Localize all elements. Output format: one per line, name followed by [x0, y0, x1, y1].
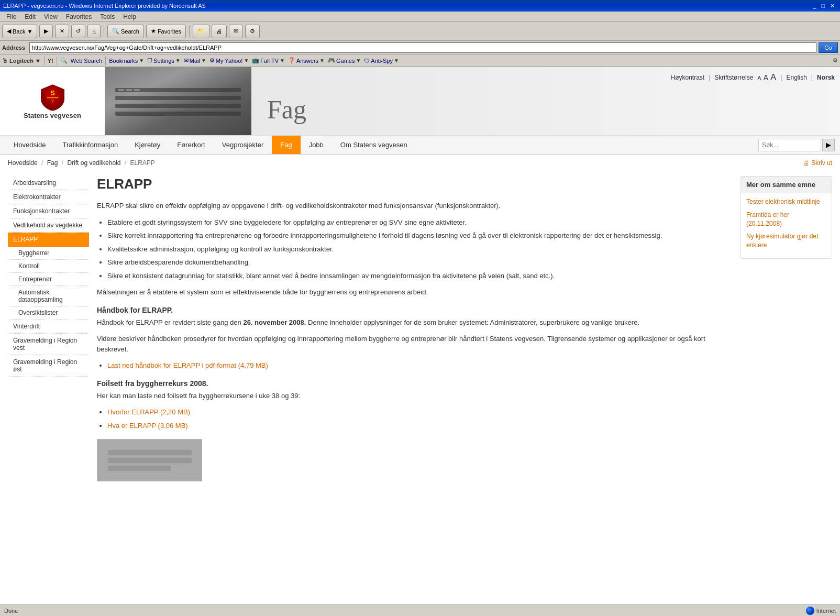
nav-item-hovedside[interactable]: Hovedside [5, 136, 54, 154]
english-link[interactable]: English [787, 74, 807, 81]
accessibility-links: Høykontrast | Skriftstørrelse A A A | En… [671, 72, 835, 83]
handbook-pdf-link[interactable]: Last ned håndbok for ELRAPP i pdf-format… [107, 361, 268, 369]
anti-spy-dropdown-icon[interactable]: ▼ [394, 58, 399, 63]
header-image [105, 67, 251, 135]
back-dropdown-icon[interactable]: ▼ [27, 28, 32, 35]
menu-edit[interactable]: Edit [20, 12, 40, 21]
svg-text:V: V [51, 98, 54, 103]
svg-rect-2 [47, 97, 58, 98]
related-link-2[interactable]: Ny kjøresimulator gjør det enklere [746, 232, 826, 250]
forward-button[interactable]: ▶ [39, 25, 53, 38]
minimize-button[interactable]: _ [811, 3, 818, 9]
header-fag-title: Fag [267, 94, 306, 125]
settings-dropdown-icon[interactable]: ▼ [175, 58, 181, 63]
anti-spy-link[interactable]: 🛡 Anti-Spy ▼ [364, 58, 399, 64]
sidebar-automatisk[interactable]: Automatisk dataoppsamling [8, 286, 89, 306]
sidebar-elrapp[interactable]: ELRAPP [8, 233, 89, 247]
breadcrumb-fag[interactable]: Fag [47, 159, 58, 167]
mail-label: Mail [190, 58, 200, 64]
logitech-label: 🖱 Logitech ▼ [2, 58, 41, 64]
foilsett-link-1[interactable]: Hva er ELRAPP (3,06 MB) [107, 422, 188, 430]
breadcrumb-home[interactable]: Hovedside [8, 159, 38, 167]
bookmarks-dropdown-icon[interactable]: ▼ [139, 58, 144, 63]
nav-item-om-statens[interactable]: Om Statens vegvesen [332, 136, 416, 154]
settings-link[interactable]: ☐ Settings ▼ [147, 57, 181, 64]
games-link[interactable]: 🎮 Games ▼ [328, 57, 361, 64]
games-dropdown-icon[interactable]: ▼ [356, 58, 361, 63]
toolbar-btn-1[interactable]: 📁 [193, 25, 209, 38]
maximize-button[interactable]: □ [819, 3, 827, 9]
nav-item-forerkort[interactable]: Førerkort [169, 136, 213, 154]
logo-text: Statens vegvesen [24, 112, 81, 119]
back-arrow-icon: ◀ [7, 28, 11, 35]
sidebar-vinterdrift[interactable]: Vinterdrift [8, 320, 89, 334]
sidebar-kontroll[interactable]: Kontroll [8, 260, 89, 273]
answers-dropdown-icon[interactable]: ▼ [319, 58, 325, 63]
back-button[interactable]: ◀ Back ▼ [2, 25, 37, 38]
sidebar-entreprenor[interactable]: Entreprenør [8, 273, 89, 286]
nav-item-trafikkinformasjon[interactable]: Trafikkinformasjon [54, 136, 126, 154]
font-medium-link[interactable]: A [764, 73, 768, 82]
sidebar-gravemelding-ost[interactable]: Gravemelding i Region øst [8, 355, 89, 377]
fall-tv-link[interactable]: 📺 Fall TV ▼ [252, 57, 285, 64]
menu-tools[interactable]: Tools [96, 12, 119, 21]
nav-search-input[interactable] [758, 139, 821, 151]
related-box: Mer om samme emne Tester elektronisk mid… [740, 176, 832, 259]
mail-link[interactable]: ✉ Mail ▼ [184, 57, 206, 64]
search-button[interactable]: 🔍 Search [107, 25, 144, 38]
fall-tv-dropdown-icon[interactable]: ▼ [280, 58, 285, 63]
menu-help[interactable]: Help [119, 12, 140, 21]
high-contrast-link[interactable]: Høykontrast [671, 74, 705, 81]
links-separator-3 [105, 57, 106, 65]
sidebar-byggherrer[interactable]: Byggherrer [8, 247, 89, 260]
breadcrumb-sep-3: / [125, 159, 128, 167]
main-content: Arbeidsvarsling Elektrokontrakter Funksj… [0, 171, 840, 486]
breadcrumb-drift[interactable]: Drift og vedlikehold [67, 159, 120, 167]
font-small-link[interactable]: A [757, 75, 761, 81]
stop-button[interactable]: ✕ [55, 25, 69, 38]
svg-rect-8 [115, 112, 241, 116]
nav-item-vegprosjekter[interactable]: Vegprosjekter [214, 136, 272, 154]
favorites-button[interactable]: ★ Favorites [146, 25, 186, 38]
mail-dropdown-icon[interactable]: ▼ [201, 58, 206, 63]
related-link-0[interactable]: Tester elektronisk midtlinje [746, 197, 826, 206]
nav-item-kjoretoy[interactable]: Kjøretøy [126, 136, 169, 154]
toolbar-btn-2[interactable]: 🖨 [212, 25, 227, 38]
search-icon: 🔍 [112, 28, 119, 35]
toolbar-btn-4[interactable]: ⚙ [245, 25, 260, 38]
close-button[interactable]: ✕ [828, 3, 837, 9]
sidebar-oversiktslister[interactable]: Oversiktslister [8, 306, 89, 320]
nav-item-fag[interactable]: Fag [272, 136, 300, 154]
my-yahoo-dropdown-icon[interactable]: ▼ [244, 58, 249, 63]
sidebar-gravemelding-vest[interactable]: Gravemelding i Region vest [8, 334, 89, 355]
window-controls[interactable]: _ □ ✕ [811, 3, 837, 9]
related-link-1[interactable]: Framtida er her (20.11.2008) [746, 211, 826, 228]
toolbar-btn-3[interactable]: ✉ [229, 25, 243, 38]
print-button[interactable]: 🖨 Skriv ut [803, 159, 832, 167]
home-button[interactable]: ⌂ [87, 25, 101, 38]
address-input[interactable] [29, 42, 816, 53]
foilsett-link-0[interactable]: Hvorfor ELRAPP (2,20 MB) [107, 408, 190, 416]
bottom-image-icon [97, 439, 202, 481]
refresh-button[interactable]: ↺ [71, 25, 85, 38]
menu-file[interactable]: File [2, 12, 20, 21]
sidebar-funksjonskontrakter[interactable]: Funksjonskontrakter [8, 204, 89, 218]
list-item-0: Etablere et godt styringssystem for SVV … [107, 217, 733, 228]
nav-search-button[interactable]: ▶ [822, 139, 835, 151]
menu-view[interactable]: View [40, 12, 62, 21]
handbook-link-item: Last ned håndbok for ELRAPP i pdf-format… [107, 360, 733, 371]
links-separator-1 [44, 57, 45, 65]
bookmarks-link[interactable]: Bookmarks ▼ [109, 58, 144, 64]
web-search-link[interactable]: Web Search [71, 58, 102, 64]
sidebar-vedlikehold[interactable]: Vedlikehold av vegdekke [8, 218, 89, 233]
font-large-link[interactable]: A [770, 72, 776, 83]
answers-link[interactable]: ❓ Answers ▼ [288, 57, 325, 64]
nav-item-jobb[interactable]: Jobb [301, 136, 332, 154]
go-button[interactable]: Go [819, 42, 838, 53]
menu-bar: File Edit View Favorites Tools Help [0, 12, 840, 22]
my-yahoo-link[interactable]: ⚙ My Yahoo! ▼ [209, 57, 249, 64]
sidebar-elektrokontrakter[interactable]: Elektrokontrakter [8, 190, 89, 204]
menu-favorites[interactable]: Favorites [62, 12, 96, 21]
sidebar-arbeidsvarsling[interactable]: Arbeidsvarsling [8, 176, 89, 190]
favorites-star-icon: ★ [151, 28, 156, 35]
